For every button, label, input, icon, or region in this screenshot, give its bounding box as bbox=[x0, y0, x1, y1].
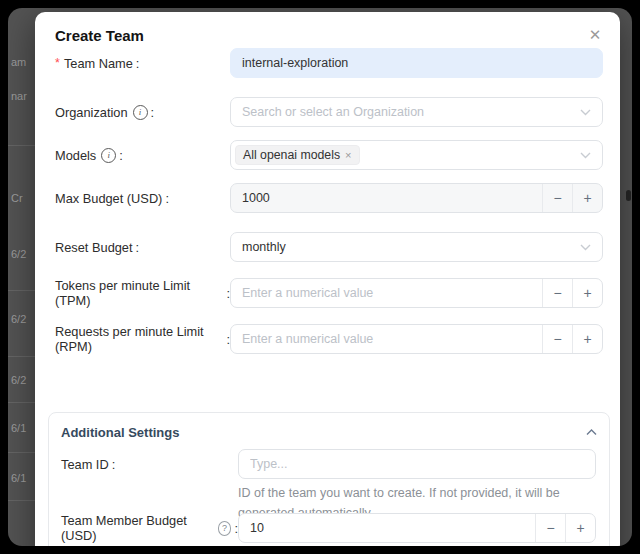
max-budget-input[interactable] bbox=[231, 184, 542, 212]
reset-budget-select[interactable]: monthly bbox=[230, 232, 603, 262]
max-budget-row: Max Budget (USD) : − + bbox=[55, 183, 603, 213]
tpm-stepper: − + bbox=[230, 278, 603, 308]
team-member-budget-label: Team Member Budget (USD) ? : bbox=[61, 513, 238, 543]
models-row: Models i : All openai models × bbox=[55, 140, 603, 170]
background-scrollbar-thumb bbox=[626, 190, 631, 201]
background-text-fragment: 6/1 bbox=[11, 422, 26, 434]
background-text-fragment: am bbox=[11, 56, 26, 68]
increment-button[interactable]: + bbox=[572, 325, 602, 353]
close-icon[interactable]: ✕ bbox=[584, 24, 606, 46]
dimmed-background-window: amnarCr6/26/26/26/16/1 Create Team ✕ * T… bbox=[8, 8, 632, 546]
background-text-fragment: 6/2 bbox=[11, 313, 26, 325]
increment-button[interactable]: + bbox=[565, 514, 595, 542]
chevron-up-icon bbox=[586, 429, 597, 436]
team-member-budget-input[interactable] bbox=[239, 514, 535, 542]
background-row-divider bbox=[8, 402, 35, 403]
background-row-divider bbox=[8, 145, 35, 146]
increment-button[interactable]: + bbox=[572, 184, 602, 212]
background-text-fragment: nar bbox=[11, 90, 27, 102]
background-row-divider bbox=[8, 452, 35, 453]
models-select[interactable]: All openai models × bbox=[230, 140, 603, 170]
rpm-label: Requests per minute Limit (RPM) : bbox=[55, 324, 230, 354]
team-name-input[interactable] bbox=[230, 48, 603, 78]
models-label: Models i : bbox=[55, 148, 230, 163]
modal-title: Create Team bbox=[55, 27, 144, 44]
additional-settings-title: Additional Settings bbox=[61, 425, 586, 440]
organization-select[interactable]: Search or select an Organization bbox=[230, 97, 603, 127]
model-tag: All openai models × bbox=[235, 145, 360, 165]
team-name-row: * Team Name : bbox=[55, 48, 603, 78]
background-row-divider bbox=[8, 356, 35, 357]
reset-budget-label: Reset Budget : bbox=[55, 240, 230, 255]
screenshot-stage: amnarCr6/26/26/26/16/1 Create Team ✕ * T… bbox=[0, 0, 640, 554]
rpm-row: Requests per minute Limit (RPM) : − + bbox=[55, 324, 603, 354]
rpm-stepper: − + bbox=[230, 324, 603, 354]
background-text-fragment: 6/2 bbox=[11, 374, 26, 386]
question-circle-icon[interactable]: ? bbox=[218, 521, 232, 536]
reset-budget-row: Reset Budget : monthly bbox=[55, 232, 603, 262]
background-text-fragment: Cr bbox=[11, 192, 23, 204]
max-budget-label: Max Budget (USD) : bbox=[55, 191, 230, 206]
tpm-row: Tokens per minute Limit (TPM) : − + bbox=[55, 278, 603, 308]
info-icon[interactable]: i bbox=[101, 148, 116, 163]
background-row-divider bbox=[8, 500, 35, 501]
organization-label: Organization i : bbox=[55, 105, 230, 120]
background-row-divider bbox=[8, 290, 35, 291]
decrement-button[interactable]: − bbox=[542, 279, 572, 307]
team-id-input[interactable] bbox=[238, 449, 596, 479]
team-id-row: Team ID : bbox=[61, 449, 596, 479]
rpm-input[interactable] bbox=[231, 325, 542, 353]
remove-tag-icon[interactable]: × bbox=[345, 149, 351, 161]
decrement-button[interactable]: − bbox=[535, 514, 565, 542]
increment-button[interactable]: + bbox=[572, 279, 602, 307]
max-budget-stepper: − + bbox=[230, 183, 603, 213]
team-id-label: Team ID : bbox=[61, 457, 238, 472]
team-name-label: * Team Name : bbox=[55, 56, 230, 71]
background-text-fragment: 6/2 bbox=[11, 248, 26, 260]
tpm-label: Tokens per minute Limit (TPM) : bbox=[55, 278, 230, 308]
tpm-input[interactable] bbox=[231, 279, 542, 307]
background-text-fragment: 6/1 bbox=[11, 472, 26, 484]
create-team-modal: Create Team ✕ * Team Name : Organization… bbox=[35, 12, 620, 546]
required-asterisk: * bbox=[55, 56, 60, 70]
chevron-down-icon bbox=[580, 244, 591, 251]
chevron-down-icon bbox=[580, 152, 591, 159]
info-icon[interactable]: i bbox=[133, 105, 148, 120]
additional-settings-header[interactable]: Additional Settings bbox=[61, 425, 597, 440]
decrement-button[interactable]: − bbox=[542, 184, 572, 212]
additional-settings-card: Additional Settings Team ID : ID of the … bbox=[48, 412, 610, 546]
chevron-down-icon bbox=[580, 109, 591, 116]
team-member-budget-stepper: − + bbox=[238, 513, 596, 543]
decrement-button[interactable]: − bbox=[542, 325, 572, 353]
team-member-budget-row: Team Member Budget (USD) ? : − + bbox=[61, 513, 596, 543]
organization-row: Organization i : Search or select an Org… bbox=[55, 97, 603, 127]
